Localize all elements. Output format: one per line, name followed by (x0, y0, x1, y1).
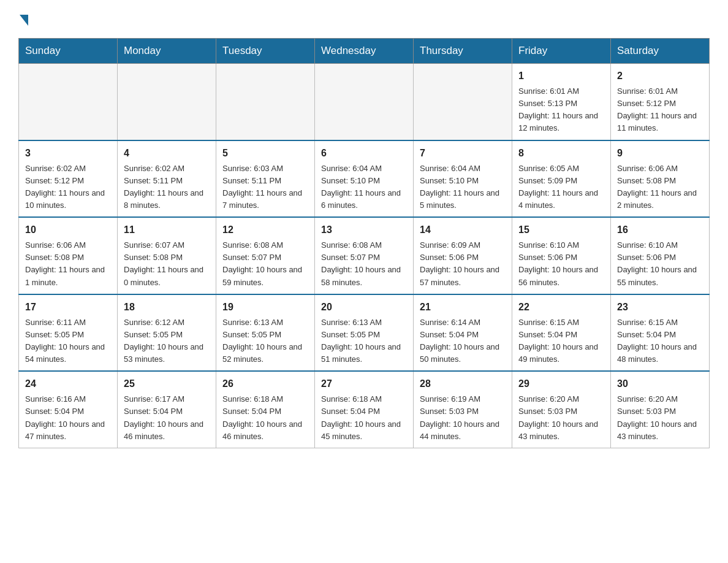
calendar-day-cell: 1Sunrise: 6:01 AMSunset: 5:13 PMDaylight… (512, 64, 611, 140)
calendar-day-cell: 28Sunrise: 6:19 AMSunset: 5:03 PMDayligh… (414, 371, 512, 448)
day-number: 12 (222, 223, 308, 237)
day-info: Sunrise: 6:12 AMSunset: 5:05 PMDaylight:… (124, 316, 210, 366)
day-number: 23 (617, 300, 703, 315)
day-info: Sunrise: 6:08 AMSunset: 5:07 PMDaylight:… (321, 239, 407, 289)
day-number: 17 (25, 300, 111, 315)
day-of-week-header: Sunday (19, 39, 118, 64)
calendar-day-cell: 3Sunrise: 6:02 AMSunset: 5:12 PMDaylight… (19, 140, 118, 218)
day-number: 28 (420, 377, 506, 391)
calendar-day-cell: 27Sunrise: 6:18 AMSunset: 5:04 PMDayligh… (315, 371, 414, 448)
calendar-week-row: 17Sunrise: 6:11 AMSunset: 5:05 PMDayligh… (19, 294, 710, 372)
day-info: Sunrise: 6:13 AMSunset: 5:05 PMDaylight:… (321, 316, 407, 366)
day-info: Sunrise: 6:02 AMSunset: 5:11 PMDaylight:… (124, 163, 210, 212)
day-info: Sunrise: 6:01 AMSunset: 5:12 PMDaylight:… (617, 85, 703, 135)
calendar-week-row: 24Sunrise: 6:16 AMSunset: 5:04 PMDayligh… (19, 371, 710, 448)
day-info: Sunrise: 6:20 AMSunset: 5:03 PMDaylight:… (518, 393, 604, 443)
day-info: Sunrise: 6:11 AMSunset: 5:05 PMDaylight:… (25, 316, 111, 366)
day-number: 15 (518, 223, 604, 237)
day-number: 24 (25, 377, 111, 391)
day-info: Sunrise: 6:17 AMSunset: 5:04 PMDaylight:… (124, 393, 210, 443)
day-info: Sunrise: 6:03 AMSunset: 5:11 PMDaylight:… (222, 163, 308, 212)
day-number: 3 (25, 146, 111, 161)
calendar-day-cell: 29Sunrise: 6:20 AMSunset: 5:03 PMDayligh… (512, 371, 611, 448)
day-info: Sunrise: 6:18 AMSunset: 5:04 PMDaylight:… (321, 393, 407, 443)
day-info: Sunrise: 6:02 AMSunset: 5:12 PMDaylight:… (25, 163, 111, 212)
day-number: 11 (124, 223, 210, 237)
calendar-day-cell: 5Sunrise: 6:03 AMSunset: 5:11 PMDaylight… (216, 140, 315, 218)
day-number: 22 (518, 300, 604, 315)
calendar-day-cell: 21Sunrise: 6:14 AMSunset: 5:04 PMDayligh… (414, 294, 512, 372)
calendar-day-cell: 26Sunrise: 6:18 AMSunset: 5:04 PMDayligh… (216, 371, 315, 448)
calendar-day-cell: 16Sunrise: 6:10 AMSunset: 5:06 PMDayligh… (611, 217, 710, 294)
day-info: Sunrise: 6:08 AMSunset: 5:07 PMDaylight:… (222, 239, 308, 289)
day-info: Sunrise: 6:06 AMSunset: 5:08 PMDaylight:… (617, 163, 703, 212)
day-info: Sunrise: 6:01 AMSunset: 5:13 PMDaylight:… (518, 85, 604, 135)
calendar-day-cell: 4Sunrise: 6:02 AMSunset: 5:11 PMDaylight… (118, 140, 216, 218)
day-number: 16 (617, 223, 703, 237)
calendar-day-cell: 18Sunrise: 6:12 AMSunset: 5:05 PMDayligh… (118, 294, 216, 372)
logo (18, 12, 28, 26)
day-number: 8 (518, 146, 604, 161)
calendar-week-row: 3Sunrise: 6:02 AMSunset: 5:12 PMDaylight… (19, 140, 710, 218)
calendar-day-cell: 7Sunrise: 6:04 AMSunset: 5:10 PMDaylight… (414, 140, 512, 218)
day-info: Sunrise: 6:14 AMSunset: 5:04 PMDaylight:… (420, 316, 506, 366)
day-info: Sunrise: 6:16 AMSunset: 5:04 PMDaylight:… (25, 393, 111, 443)
calendar-day-cell (118, 64, 216, 140)
calendar-day-cell (414, 64, 512, 140)
calendar-day-cell: 25Sunrise: 6:17 AMSunset: 5:04 PMDayligh… (118, 371, 216, 448)
calendar-day-cell (315, 64, 414, 140)
calendar-day-cell: 9Sunrise: 6:06 AMSunset: 5:08 PMDaylight… (611, 140, 710, 218)
day-number: 7 (420, 146, 506, 161)
page-header (18, 12, 710, 26)
calendar-day-cell: 2Sunrise: 6:01 AMSunset: 5:12 PMDaylight… (611, 64, 710, 140)
day-info: Sunrise: 6:13 AMSunset: 5:05 PMDaylight:… (222, 316, 308, 366)
day-of-week-header: Tuesday (216, 39, 315, 64)
calendar-day-cell: 6Sunrise: 6:04 AMSunset: 5:10 PMDaylight… (315, 140, 414, 218)
day-of-week-header: Friday (512, 39, 611, 64)
day-info: Sunrise: 6:10 AMSunset: 5:06 PMDaylight:… (518, 239, 604, 289)
day-number: 25 (124, 377, 210, 391)
day-number: 29 (518, 377, 604, 391)
day-info: Sunrise: 6:07 AMSunset: 5:08 PMDaylight:… (124, 239, 210, 289)
calendar-table: SundayMondayTuesdayWednesdayThursdayFrid… (18, 38, 710, 448)
calendar-week-row: 10Sunrise: 6:06 AMSunset: 5:08 PMDayligh… (19, 217, 710, 294)
day-number: 30 (617, 377, 703, 391)
day-number: 4 (124, 146, 210, 161)
day-number: 21 (420, 300, 506, 315)
calendar-day-cell: 20Sunrise: 6:13 AMSunset: 5:05 PMDayligh… (315, 294, 414, 372)
calendar-day-cell (19, 64, 118, 140)
calendar-day-cell: 12Sunrise: 6:08 AMSunset: 5:07 PMDayligh… (216, 217, 315, 294)
logo-arrow-icon (20, 15, 28, 26)
calendar-day-cell: 10Sunrise: 6:06 AMSunset: 5:08 PMDayligh… (19, 217, 118, 294)
day-number: 9 (617, 146, 703, 161)
calendar-day-cell: 19Sunrise: 6:13 AMSunset: 5:05 PMDayligh… (216, 294, 315, 372)
day-info: Sunrise: 6:18 AMSunset: 5:04 PMDaylight:… (222, 393, 308, 443)
day-number: 19 (222, 300, 308, 315)
day-number: 5 (222, 146, 308, 161)
day-of-week-header: Monday (118, 39, 216, 64)
day-info: Sunrise: 6:09 AMSunset: 5:06 PMDaylight:… (420, 239, 506, 289)
day-number: 10 (25, 223, 111, 237)
day-info: Sunrise: 6:10 AMSunset: 5:06 PMDaylight:… (617, 239, 703, 289)
calendar-week-row: 1Sunrise: 6:01 AMSunset: 5:13 PMDaylight… (19, 64, 710, 140)
day-of-week-header: Saturday (611, 39, 710, 64)
day-info: Sunrise: 6:20 AMSunset: 5:03 PMDaylight:… (617, 393, 703, 443)
calendar-day-cell: 17Sunrise: 6:11 AMSunset: 5:05 PMDayligh… (19, 294, 118, 372)
calendar-header-row: SundayMondayTuesdayWednesdayThursdayFrid… (19, 39, 710, 64)
day-number: 18 (124, 300, 210, 315)
day-number: 20 (321, 300, 407, 315)
day-number: 2 (617, 69, 703, 83)
day-info: Sunrise: 6:15 AMSunset: 5:04 PMDaylight:… (518, 316, 604, 366)
day-number: 27 (321, 377, 407, 391)
calendar-day-cell: 24Sunrise: 6:16 AMSunset: 5:04 PMDayligh… (19, 371, 118, 448)
calendar-day-cell: 13Sunrise: 6:08 AMSunset: 5:07 PMDayligh… (315, 217, 414, 294)
calendar-day-cell: 11Sunrise: 6:07 AMSunset: 5:08 PMDayligh… (118, 217, 216, 294)
day-number: 26 (222, 377, 308, 391)
calendar-day-cell: 23Sunrise: 6:15 AMSunset: 5:04 PMDayligh… (611, 294, 710, 372)
day-info: Sunrise: 6:19 AMSunset: 5:03 PMDaylight:… (420, 393, 506, 443)
calendar-day-cell: 8Sunrise: 6:05 AMSunset: 5:09 PMDaylight… (512, 140, 611, 218)
day-info: Sunrise: 6:04 AMSunset: 5:10 PMDaylight:… (420, 163, 506, 212)
day-number: 1 (518, 69, 604, 83)
calendar-day-cell (216, 64, 315, 140)
day-of-week-header: Wednesday (315, 39, 414, 64)
